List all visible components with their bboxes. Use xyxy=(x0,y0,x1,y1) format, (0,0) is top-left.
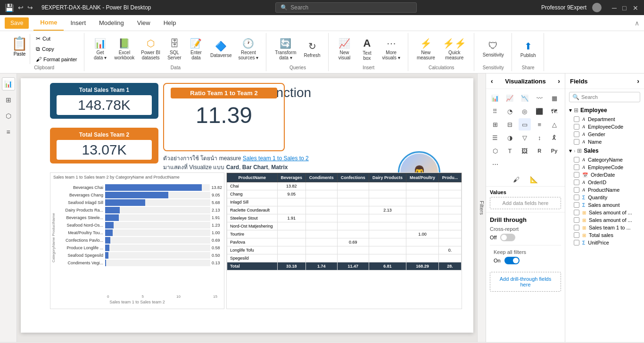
matrix-area[interactable]: ProductName Beverages Condiments Confect… xyxy=(226,172,462,309)
viz-donut-icon[interactable]: ◎ xyxy=(519,105,531,117)
global-search[interactable]: 🔍 Search xyxy=(275,2,417,13)
viz-back-icon[interactable]: ‹ xyxy=(491,77,493,85)
field-productname[interactable]: 𝐴 ProductName xyxy=(569,186,640,194)
viz-r-icon[interactable]: R xyxy=(533,145,545,157)
more-visuals-button[interactable]: ⋯ Morevisuals ▾ xyxy=(380,36,403,62)
field-cat-checkbox[interactable] xyxy=(574,157,579,163)
viz-funnel-icon[interactable]: ▽ xyxy=(519,131,531,144)
enter-data-button[interactable]: 📝 Enterdata xyxy=(186,36,206,62)
fields-expand-icon[interactable]: › xyxy=(637,77,639,85)
excel-workbook-button[interactable]: 📗 Excelworkbook xyxy=(112,36,138,62)
viz-shape-icon[interactable]: ⬡ xyxy=(489,145,501,157)
fields-search-input[interactable] xyxy=(581,94,637,100)
field-sao2-checkbox[interactable] xyxy=(574,217,579,223)
field-sales-amount-checkbox[interactable] xyxy=(574,202,579,208)
viz-pie-icon[interactable]: ◔ xyxy=(504,105,516,117)
filters-panel[interactable]: Filters xyxy=(477,74,486,342)
viz-forward-icon[interactable]: › xyxy=(558,77,560,85)
undo-icon[interactable]: ↩ xyxy=(18,4,24,11)
new-measure-button[interactable]: ⚡ Newmeasure xyxy=(414,36,438,62)
nav-model-icon[interactable]: ⬡ xyxy=(2,109,15,122)
viz-line-icon[interactable]: 📉 xyxy=(519,92,531,104)
save-icon[interactable]: 💾 xyxy=(5,3,14,12)
field-sales-empcode[interactable]: 𝐴 EmployeeCode xyxy=(569,163,640,171)
field-totalsales-checkbox[interactable] xyxy=(574,232,579,238)
nav-report-icon[interactable]: 📊 xyxy=(2,77,15,90)
viz-map-icon[interactable]: 🗺 xyxy=(548,105,561,117)
viz-treemap-icon[interactable]: ⬛ xyxy=(533,105,545,117)
minimize-button[interactable]: ─ xyxy=(612,4,619,11)
publish-button[interactable]: ⬆ Publish xyxy=(518,39,539,60)
viz-card-icon[interactable]: ▭ xyxy=(519,118,531,131)
field-categoryname[interactable]: 𝐴 CategoryName xyxy=(569,156,640,163)
field-orderid[interactable]: 𝐴 OrderID xyxy=(569,179,640,186)
field-gender-checkbox[interactable] xyxy=(574,131,579,137)
text-box-button[interactable]: A Textbox xyxy=(357,35,378,63)
field-sales-team1[interactable]: ⊞ Sales team 1 to ... xyxy=(569,224,640,231)
redo-icon[interactable]: ↪ xyxy=(27,4,33,11)
field-unitprice[interactable]: Σ UnitPrice xyxy=(569,239,640,246)
field-total-sales[interactable]: ⊞ Total sales xyxy=(569,231,640,239)
viz-kpi-icon[interactable]: △ xyxy=(548,118,561,131)
quick-measure-button[interactable]: ⚡⚡ Quickmeasure xyxy=(440,36,469,62)
viz-matrix-icon[interactable]: ⊟ xyxy=(504,118,516,131)
viz-more-icon[interactable]: ⋯ xyxy=(489,158,501,170)
field-unitprice-checkbox[interactable] xyxy=(574,240,579,245)
power-bi-datasets-button[interactable]: ⬡ Power BIdatasets xyxy=(138,36,163,62)
description-link[interactable]: Sales team 1 to Sales to 2 xyxy=(243,155,309,162)
field-department-checkbox[interactable] xyxy=(574,116,579,122)
field-sales-empcode-checkbox[interactable] xyxy=(574,164,579,170)
ratio-card[interactable]: Ratio Team 1 to Team 2 11.39 xyxy=(163,83,285,151)
dataverse-button[interactable]: 🔷 Dataverse xyxy=(207,39,235,60)
format-painter-button[interactable]: 🖌 Format painter xyxy=(34,55,79,64)
field-name[interactable]: 𝐴 Name xyxy=(569,138,640,146)
sales-section-header[interactable]: ▾ › ⊞ Sales xyxy=(569,146,640,156)
field-sales-amount-of1[interactable]: ⊞ Sales amount of ... xyxy=(569,209,640,216)
canvas[interactable]: DAX BLANK Function Total Sales Team 1 14… xyxy=(21,78,473,333)
recent-sources-button[interactable]: 🕐 Recentsources ▾ xyxy=(236,36,262,62)
card-team2[interactable]: Total Sales Team 2 13.07K xyxy=(50,128,158,163)
tab-home[interactable]: Home xyxy=(33,15,64,31)
field-quantity-checkbox[interactable] xyxy=(574,195,579,200)
field-orderid-checkbox[interactable] xyxy=(574,180,579,185)
add-field-area[interactable]: Add data fields here xyxy=(490,197,561,209)
viz-gauge-icon[interactable]: ◑ xyxy=(504,131,516,144)
tab-insert[interactable]: Insert xyxy=(64,16,92,30)
viz-scatter-icon[interactable]: ⠿ xyxy=(489,105,501,117)
paste-button[interactable]: 📋 Paste xyxy=(9,34,30,64)
card-team1[interactable]: Total Sales Team 1 148.78K xyxy=(50,83,158,119)
viz-python-icon[interactable]: Py xyxy=(548,145,561,157)
sql-server-button[interactable]: 🗄 SQLServer xyxy=(164,36,185,62)
field-productname-checkbox[interactable] xyxy=(574,187,579,193)
viz-waterfall-icon[interactable]: ↕ xyxy=(533,131,545,144)
viz-column-icon[interactable]: 📈 xyxy=(504,92,516,104)
ribbon-collapse-icon[interactable]: ∧ xyxy=(635,19,639,27)
nav-table-icon[interactable]: ⊞ xyxy=(2,93,15,106)
copy-button[interactable]: ⧉ Copy xyxy=(34,44,79,54)
viz-textbox-icon2[interactable]: T xyxy=(504,145,516,157)
field-gender[interactable]: 𝐴 Gender xyxy=(569,131,640,138)
viz-ribbon-icon[interactable]: 🎗 xyxy=(548,131,561,144)
field-sales-amount-of2[interactable]: ⊞ Sales amount of ... xyxy=(569,216,640,224)
field-department[interactable]: 𝐴 Department xyxy=(569,115,640,123)
field-sales-amount[interactable]: Σ Sales amount xyxy=(569,201,640,209)
viz-bar-icon[interactable]: 📊 xyxy=(489,92,501,104)
tab-help[interactable]: Help xyxy=(157,16,183,30)
field-orderdate[interactable]: 📅 OrderDate xyxy=(569,171,640,179)
field-sao1-checkbox[interactable] xyxy=(574,210,579,215)
field-employeecode[interactable]: 𝐴 EmployeeCode xyxy=(569,123,640,131)
analytics-button[interactable]: 📐 xyxy=(527,175,541,184)
save-button[interactable]: Save xyxy=(5,17,29,29)
viz-stacked-icon[interactable]: ▦ xyxy=(548,92,561,104)
new-visual-button[interactable]: 📈 Newvisual xyxy=(334,36,355,62)
tab-view[interactable]: View xyxy=(131,16,157,30)
viz-image-icon[interactable]: 🖼 xyxy=(519,145,531,157)
close-button[interactable]: ✕ xyxy=(633,4,639,11)
sensitivity-button[interactable]: 🛡 Sensitivity xyxy=(480,39,507,59)
maximize-button[interactable]: □ xyxy=(622,4,629,11)
field-quantity[interactable]: Σ Quantity xyxy=(569,194,640,201)
viz-slicer-icon[interactable]: ☰ xyxy=(489,131,501,144)
nav-dax-icon[interactable]: ≡ xyxy=(2,125,15,139)
fields-search-box[interactable]: 🔍 xyxy=(569,92,640,102)
transform-data-button[interactable]: 🔄 Transformdata ▾ xyxy=(272,36,299,62)
